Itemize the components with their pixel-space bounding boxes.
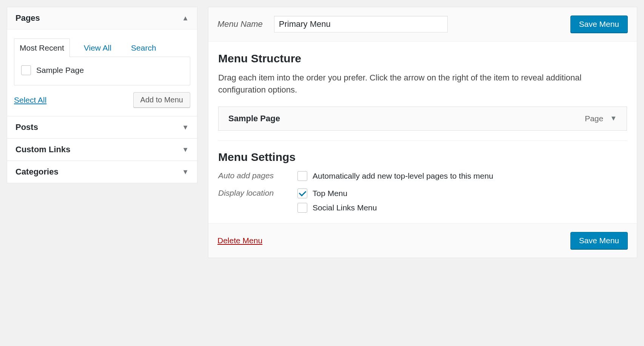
menu-settings-heading: Menu Settings: [218, 151, 627, 164]
display-location-option-label: Social Links Menu: [313, 203, 377, 212]
tab-most-recent[interactable]: Most Recent: [14, 39, 70, 57]
menu-item-meta: Page ▼: [585, 114, 617, 123]
chevron-down-icon: ▼: [182, 146, 189, 154]
tab-view-all[interactable]: View All: [78, 39, 117, 57]
setting-display-location-label: Display location: [218, 188, 290, 198]
save-menu-button-top[interactable]: Save Menu: [570, 15, 628, 33]
metabox-pages: Pages ▲ Most Recent View All Search Sa: [7, 7, 197, 116]
metabox-pages-body: Most Recent View All Search Sample Page: [7, 29, 197, 116]
chevron-down-icon: ▼: [182, 124, 189, 131]
page-item[interactable]: Sample Page: [21, 65, 183, 75]
delete-menu-link[interactable]: Delete Menu: [217, 236, 262, 245]
pages-footer: Select All Add to Menu: [14, 85, 190, 108]
menu-name-input[interactable]: [274, 16, 448, 32]
menu-item-title: Sample Page: [228, 114, 280, 124]
menu-structure-description: Drag each item into the order you prefer…: [218, 72, 627, 96]
page-item-label: Sample Page: [36, 66, 84, 75]
metabox-custom-links: Custom Links ▼: [7, 139, 197, 161]
metabox-sidebar: Pages ▲ Most Recent View All Search Sa: [7, 7, 197, 183]
metabox-posts-title: Posts: [15, 122, 38, 132]
menu-footer: Delete Menu Save Menu: [208, 223, 637, 258]
menu-editor: Menu Name Save Menu Menu Structure Drag …: [208, 7, 637, 258]
display-location-option-label: Top Menu: [313, 189, 347, 198]
checkbox[interactable]: [297, 188, 307, 198]
tab-panel-most-recent: Sample Page: [14, 57, 190, 85]
setting-auto-add-label: Auto add pages: [218, 171, 290, 180]
menu-name-label: Menu Name: [217, 19, 263, 29]
setting-auto-add-option-label: Automatically add new top-level pages to…: [313, 171, 493, 181]
metabox-posts: Posts ▼: [7, 116, 197, 139]
menu-item[interactable]: Sample Page Page ▼: [218, 107, 627, 131]
pages-tabs: Most Recent View All Search Sample Page: [14, 39, 190, 85]
metabox-custom-links-title: Custom Links: [15, 145, 70, 154]
menu-header: Menu Name Save Menu: [208, 7, 637, 42]
menu-structure-heading: Menu Structure: [218, 52, 627, 65]
divider: [218, 141, 627, 141]
metabox-categories-header[interactable]: Categories ▼: [7, 161, 197, 183]
chevron-up-icon: ▲: [182, 14, 189, 22]
setting-display-location: Display location Top Menu Social Links M…: [218, 188, 627, 213]
display-location-option-social-links[interactable]: Social Links Menu: [297, 203, 377, 213]
menu-item-type: Page: [585, 114, 603, 123]
checkbox[interactable]: [21, 65, 31, 75]
tabs-nav: Most Recent View All Search: [14, 39, 190, 57]
metabox-custom-links-header[interactable]: Custom Links ▼: [7, 139, 197, 161]
checkbox[interactable]: [297, 171, 307, 181]
metabox-categories-title: Categories: [15, 167, 59, 177]
metabox-pages-title: Pages: [15, 13, 40, 23]
add-to-menu-button[interactable]: Add to Menu: [133, 92, 190, 108]
display-location-option-top-menu[interactable]: Top Menu: [297, 188, 377, 198]
checkbox[interactable]: [297, 203, 307, 213]
metabox-pages-header[interactable]: Pages ▲: [7, 7, 197, 29]
setting-auto-add: Auto add pages Automatically add new top…: [218, 171, 627, 181]
select-all-link[interactable]: Select All: [14, 96, 46, 105]
tab-panel-border: Sample Page: [14, 57, 190, 85]
setting-auto-add-option[interactable]: Automatically add new top-level pages to…: [297, 171, 493, 181]
chevron-down-icon[interactable]: ▼: [610, 114, 617, 122]
save-menu-button-bottom[interactable]: Save Menu: [570, 232, 628, 249]
metabox-posts-header[interactable]: Posts ▼: [7, 116, 197, 138]
tab-search[interactable]: Search: [125, 39, 162, 57]
chevron-down-icon: ▼: [182, 168, 189, 176]
metabox-categories: Categories ▼: [7, 161, 197, 183]
menu-structure-section: Menu Structure Drag each item into the o…: [208, 42, 637, 223]
